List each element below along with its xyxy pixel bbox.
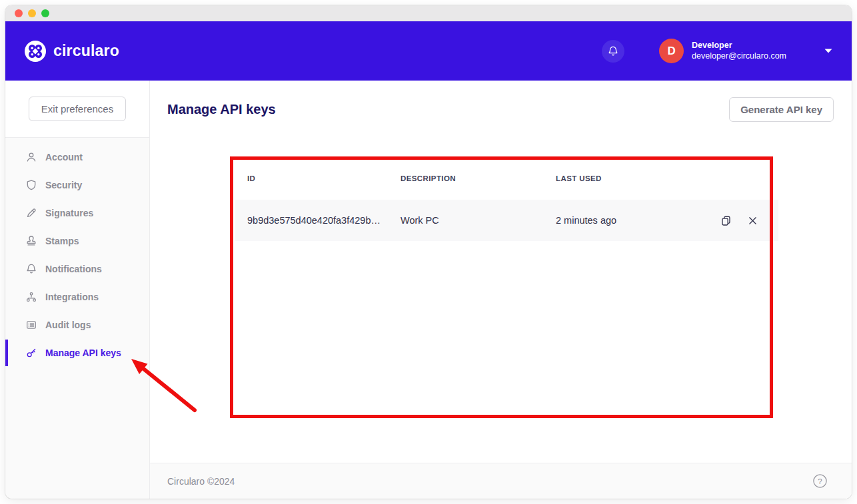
column-header-last-used: LAST USED — [556, 174, 702, 182]
exit-preferences-button[interactable]: Exit preferences — [29, 97, 126, 121]
delete-api-key-button[interactable] — [747, 215, 758, 226]
avatar[interactable]: D — [659, 39, 684, 63]
minimize-window-button[interactable] — [28, 9, 36, 17]
sidebar-item-signatures[interactable]: Signatures — [5, 199, 149, 227]
notifications-button[interactable] — [602, 40, 624, 63]
api-keys-table: ID DESCRIPTION LAST USED 9b9d3e575d40e42… — [235, 156, 778, 241]
sidebar-item-security[interactable]: Security — [5, 171, 149, 199]
row-actions — [702, 214, 778, 227]
circularo-logo-icon — [24, 40, 47, 63]
api-key-id: 9b9d3e575d40e420fa3f429b… — [247, 215, 401, 226]
api-key-description: Work PC — [401, 215, 556, 226]
page-title: Manage API keys — [167, 102, 276, 117]
sidebar-item-account[interactable]: Account — [5, 143, 149, 171]
sidebar-item-label: Signatures — [45, 208, 93, 218]
shield-icon — [25, 179, 37, 191]
column-header-description: DESCRIPTION — [401, 174, 556, 182]
sidebar-item-integrations[interactable]: Integrations — [5, 283, 149, 311]
zoom-window-button[interactable] — [41, 9, 49, 17]
sidebar-item-label: Audit logs — [45, 320, 91, 330]
user-menu-button[interactable] — [824, 48, 833, 54]
question-mark-icon: ? — [812, 473, 828, 489]
preferences-sidebar: Exit preferences Account — [5, 81, 150, 499]
generate-api-key-button[interactable]: Generate API key — [729, 97, 834, 122]
app-header: circularo D Developer developer@circular… — [5, 21, 852, 81]
brand-name: circularo — [53, 42, 119, 60]
sidebar-item-stamps[interactable]: Stamps — [5, 227, 149, 255]
sidebar-item-label: Notifications — [45, 264, 102, 274]
user-meta: Developer developer@circularo.com — [692, 41, 786, 61]
pen-icon — [25, 207, 37, 219]
key-icon — [25, 347, 37, 359]
brand-logo[interactable]: circularo — [24, 40, 119, 63]
close-window-button[interactable] — [15, 9, 23, 17]
main-panel: Manage API keys Generate API key ID DESC… — [150, 81, 852, 499]
sidebar-item-label: Manage API keys — [45, 348, 121, 358]
app-window: circularo D Developer developer@circular… — [5, 5, 852, 499]
page-footer: Circularo ©2024 ? — [150, 463, 852, 499]
window-titlebar — [5, 5, 852, 21]
active-indicator — [5, 340, 8, 366]
copy-api-key-button[interactable] — [720, 214, 732, 227]
bell-icon — [607, 45, 619, 57]
table-header-row: ID DESCRIPTION LAST USED — [235, 156, 778, 200]
user-name: Developer — [692, 41, 786, 51]
sidebar-item-label: Stamps — [45, 236, 79, 246]
list-icon — [25, 319, 37, 331]
table-row: 9b9d3e575d40e420fa3f429b… Work PC 2 minu… — [235, 200, 778, 241]
stamp-icon — [25, 235, 37, 247]
api-key-last-used: 2 minutes ago — [556, 215, 702, 226]
user-email: developer@circularo.com — [692, 51, 786, 62]
hierarchy-icon — [25, 291, 37, 303]
page-header: Manage API keys Generate API key — [150, 81, 852, 138]
sidebar-item-audit-logs[interactable]: Audit logs — [5, 311, 149, 339]
help-button[interactable]: ? — [812, 473, 828, 489]
sidebar-item-label: Account — [45, 152, 83, 162]
chevron-down-icon — [824, 48, 833, 54]
svg-text:?: ? — [818, 477, 822, 485]
copyright-text: Circularo ©2024 — [167, 476, 235, 487]
column-header-id: ID — [247, 174, 401, 182]
sidebar-item-manage-api-keys[interactable]: Manage API keys — [5, 339, 149, 367]
sidebar-item-label: Security — [45, 180, 82, 190]
sidebar-nav: Account Security — [5, 138, 149, 367]
sidebar-item-notifications[interactable]: Notifications — [5, 255, 149, 283]
page-content: ID DESCRIPTION LAST USED 9b9d3e575d40e42… — [150, 138, 852, 463]
bell-icon — [25, 263, 37, 275]
sidebar-item-label: Integrations — [45, 292, 99, 302]
close-icon — [747, 215, 758, 226]
user-icon — [25, 151, 37, 163]
sidebar-top: Exit preferences — [5, 81, 149, 138]
copy-icon — [720, 214, 732, 227]
